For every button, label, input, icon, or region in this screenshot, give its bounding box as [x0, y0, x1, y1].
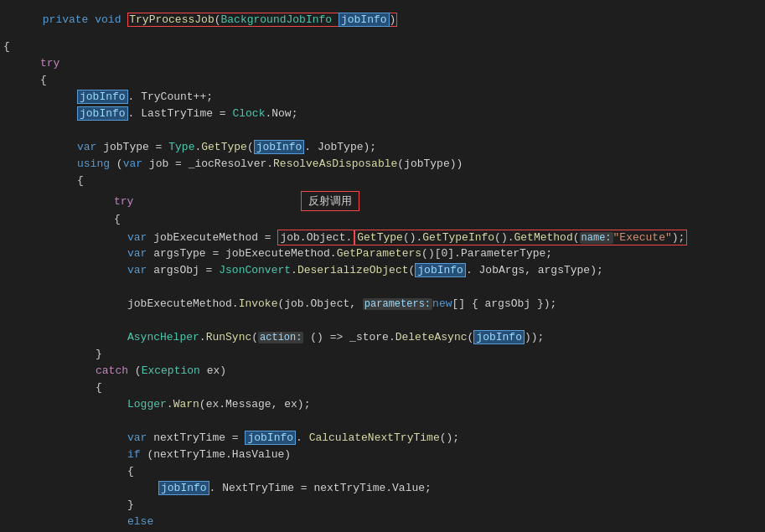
code-line: var nextTryTime = jobInfo. CalculateNext… — [0, 431, 765, 447]
code-line: private void TryProcessJob(BackgroundJob… — [0, 0, 765, 39]
code-line: if (nextTryTime.HasValue) — [0, 447, 765, 464]
code-line: catch (Exception ex) — [0, 364, 765, 380]
code-line: using (var job = _iocResolver.ResolveAsD… — [0, 157, 765, 173]
code-line: var argsObj = JsonConvert.DeserializeObj… — [0, 263, 765, 280]
code-line: try — [0, 56, 765, 73]
code-line: jobExecuteMethod.Invoke(job.Object, para… — [0, 297, 765, 313]
code-line — [0, 414, 765, 431]
code-line: { — [0, 212, 765, 229]
code-line: { — [0, 380, 765, 397]
code-line: jobInfo. NextTryTime = nextTryTime.Value… — [0, 481, 765, 498]
code-line: Logger.Warn(ex.Message, ex); — [0, 397, 765, 414]
code-line — [0, 313, 765, 330]
code-line: else — [0, 514, 765, 531]
code-line: { — [0, 39, 765, 56]
code-line: AsyncHelper.RunSync(action: () => _store… — [0, 330, 765, 347]
code-line: { — [0, 173, 765, 190]
code-line: jobInfo. LastTryTime = Clock.Now; — [0, 106, 765, 123]
code-line — [0, 280, 765, 297]
code-line: } — [0, 498, 765, 514]
code-line: var argsType = jobExecuteMethod.GetParam… — [0, 246, 765, 263]
code-line: jobInfo. TryCount++; — [0, 90, 765, 106]
annotation-label: 反射调用 — [301, 191, 359, 211]
code-line: { — [0, 464, 765, 481]
code-line: { — [0, 73, 765, 90]
code-line: var jobType = Type.GetType(jobInfo. JobT… — [0, 140, 765, 157]
code-line — [0, 123, 765, 140]
code-editor: private void TryProcessJob(BackgroundJob… — [0, 0, 765, 532]
code-line: var jobExecuteMethod = job.Object.GetTyp… — [0, 229, 765, 246]
code-line: } — [0, 347, 765, 364]
code-line: try反射调用 — [0, 190, 765, 212]
